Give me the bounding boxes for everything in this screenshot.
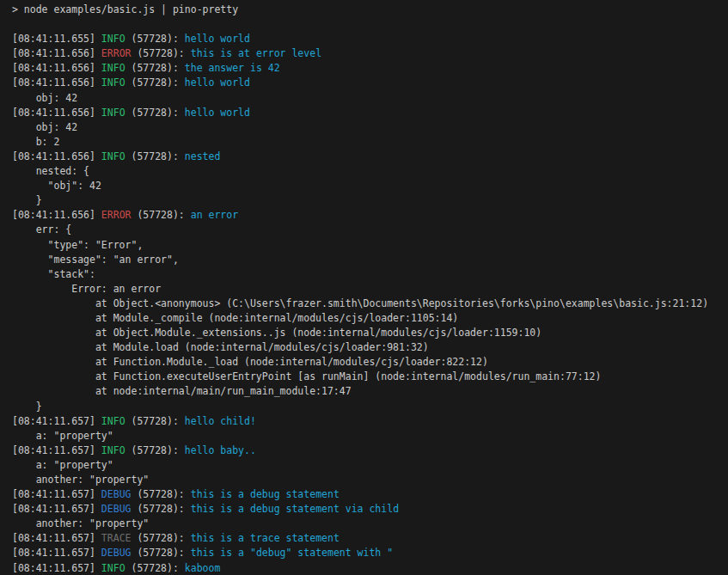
log-text: [08:41:11.657]: [12, 503, 101, 515]
log-text: "message": "an error",: [12, 254, 179, 266]
terminal-line: err: {: [12, 223, 728, 237]
level-trace: TRACE: [101, 532, 132, 544]
log-text: [08:41:11.656]: [12, 76, 101, 89]
log-message: this is a debug statement via child: [191, 503, 399, 515]
log-text: at Object.Module._extensions..js (node:i…: [12, 327, 541, 339]
terminal-line: "obj": 42: [12, 179, 728, 193]
log-message: this is a "debug" statement with ": [191, 547, 393, 559]
level-info: INFO: [101, 33, 125, 45]
log-text: a: "property": [12, 430, 113, 442]
log-message: hello baby..: [185, 444, 256, 456]
log-text: obj: 42: [12, 121, 77, 133]
terminal-line: at Module.load (node:internal/modules/cj…: [12, 340, 728, 355]
terminal-line: at node:internal/main/run_main_module:17…: [12, 384, 728, 399]
log-message: the answer is 42: [185, 62, 280, 74]
level-info: INFO: [101, 107, 125, 119]
log-message: kaboom: [185, 562, 221, 574]
log-message: hello world: [185, 76, 250, 89]
terminal-line: [08:41:11.656] INFO (57728): hello world: [12, 106, 728, 120]
log-text: err: {: [12, 223, 71, 236]
log-text: another: "property": [12, 474, 149, 486]
log-text: at node:internal/main/run_main_module:17…: [12, 385, 352, 397]
level-info: INFO: [101, 62, 125, 74]
log-message: hello world: [185, 33, 250, 45]
terminal-line: "type": "Error",: [12, 238, 728, 253]
log-text: (57728):: [125, 76, 185, 89]
log-text: (57728):: [131, 547, 190, 559]
log-message: hello child!: [185, 415, 256, 427]
terminal-line: at Function.executeUserEntryPoint [as ru…: [12, 370, 728, 384]
log-text: at Function.Module._load (node:internal/…: [12, 356, 488, 368]
log-text: (57728):: [131, 488, 190, 500]
terminal-line: [08:41:11.657] DEBUG (57728): this is a …: [12, 502, 728, 517]
log-text: [08:41:11.656]: [12, 150, 101, 162]
terminal-line: "message": "an error",: [12, 253, 728, 267]
log-text: (57728):: [131, 47, 190, 59]
log-text: [08:41:11.657]: [12, 444, 101, 456]
terminal-line: at Module._compile (node:internal/module…: [12, 311, 728, 326]
log-text: "type": "Error",: [12, 239, 143, 251]
terminal-line: obj: 42: [12, 91, 728, 106]
log-text: Error: an error: [12, 283, 161, 295]
log-text: (57728):: [125, 107, 185, 119]
level-debug: DEBUG: [101, 547, 132, 559]
log-text: [08:41:11.657]: [12, 547, 101, 559]
terminal-line: [08:41:11.656] INFO (57728): nested: [12, 150, 728, 164]
terminal-line: b: 2: [12, 135, 728, 150]
log-text: [08:41:11.656]: [12, 209, 101, 221]
terminal-line: [08:41:11.657] DEBUG (57728): this is a …: [12, 546, 728, 560]
log-text: (57728):: [131, 532, 190, 544]
log-message: hello world: [185, 107, 250, 119]
terminal-line: at Object.<anonymous> (C:\Users\frazer.s…: [12, 297, 728, 311]
terminal-line: [12, 17, 728, 32]
log-text: obj: 42: [12, 92, 77, 104]
log-text: (57728):: [125, 562, 185, 574]
terminal-line: [08:41:11.656] INFO (57728): the answer …: [12, 61, 728, 76]
log-text: [08:41:11.656]: [12, 62, 101, 74]
log-text: "stack":: [12, 268, 95, 280]
log-text: nested: {: [12, 165, 89, 177]
log-text: [08:41:11.656]: [12, 107, 101, 119]
log-message: this is a debug statement: [191, 488, 340, 500]
log-message: this is at error level: [191, 47, 321, 59]
level-info: INFO: [101, 562, 125, 574]
log-output: [08:41:11.655] INFO (57728): hello world…: [12, 17, 728, 575]
log-text: [08:41:11.657]: [12, 562, 101, 574]
log-text: (57728):: [131, 503, 190, 515]
terminal-line: at Object.Module._extensions..js (node:i…: [12, 326, 728, 340]
level-debug: DEBUG: [101, 503, 132, 515]
log-text: (57728):: [125, 415, 185, 427]
command-line: > node examples/basic.js | pino-pretty: [12, 3, 728, 17]
log-text: (57728):: [125, 150, 185, 162]
level-error: ERROR: [101, 209, 132, 221]
terminal-line: Error: an error: [12, 282, 728, 297]
log-text: b: 2: [12, 136, 59, 148]
terminal-line: }: [12, 193, 728, 208]
log-text: }: [12, 401, 42, 413]
terminal-line: }: [12, 400, 728, 414]
log-text: at Function.executeUserEntryPoint [as ru…: [12, 370, 601, 382]
log-text: (57728):: [125, 444, 185, 456]
terminal-line: another: "property": [12, 473, 728, 487]
level-info: INFO: [101, 415, 125, 427]
log-text: (57728):: [125, 33, 185, 45]
terminal-window[interactable]: > node examples/basic.js | pino-pretty […: [0, 0, 728, 575]
level-debug: DEBUG: [101, 488, 132, 500]
log-text: a: "property": [12, 459, 113, 471]
level-error: ERROR: [101, 47, 132, 59]
log-text: [08:41:11.657]: [12, 488, 101, 500]
level-info: INFO: [101, 76, 125, 89]
terminal-line: [08:41:11.657] INFO (57728): hello baby.…: [12, 443, 728, 458]
log-text: (57728):: [125, 62, 185, 74]
terminal-line: [08:41:11.656] ERROR (57728): this is at…: [12, 46, 728, 61]
log-text: (57728):: [131, 209, 190, 221]
log-text: "obj": 42: [12, 180, 101, 192]
log-text: [08:41:11.656]: [12, 47, 101, 59]
terminal-line: [08:41:11.657] DEBUG (57728): this is a …: [12, 487, 728, 502]
level-info: INFO: [101, 444, 125, 456]
log-text: [08:41:11.657]: [12, 415, 101, 427]
terminal-line: [08:41:11.657] TRACE (57728): this is a …: [12, 531, 728, 546]
terminal-line: [08:41:11.656] INFO (57728): hello world: [12, 76, 728, 90]
log-message: an error: [191, 209, 238, 221]
terminal-line: obj: 42: [12, 120, 728, 135]
